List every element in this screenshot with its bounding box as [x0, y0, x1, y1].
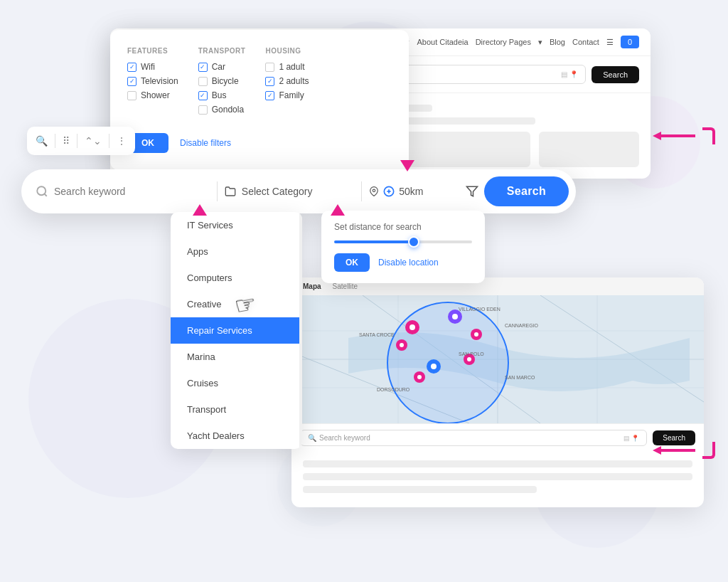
search-keyword-input[interactable]	[54, 186, 210, 197]
distance-label: 50km	[399, 186, 423, 197]
dropdown-item-apps[interactable]: Apps	[171, 238, 302, 265]
map-area: SANTA CROCE VILLAGGIO EDEN SAN POLO DORS…	[291, 295, 704, 423]
dropdown-item-yacht-dealers[interactable]: Yacht Dealers	[171, 423, 302, 449]
filter-item-television[interactable]: Television	[127, 76, 178, 86]
svg-point-32	[431, 364, 437, 369]
toolbar-more-icon[interactable]: ⋮	[117, 135, 127, 147]
main-search-bar: Select Category 50km Search	[21, 169, 576, 213]
dropdown-item-computers[interactable]: Computers	[171, 265, 302, 291]
corner-arrow-bottom	[702, 442, 715, 459]
car-label: Car	[212, 62, 225, 72]
gondola-label: Gondola	[212, 105, 244, 115]
corner-arrow-top	[702, 127, 715, 144]
svg-text:DORSODURO: DORSODURO	[377, 387, 410, 392]
disable-filters-button[interactable]: Disable filters	[180, 138, 231, 148]
1adult-checkbox[interactable]	[265, 63, 274, 72]
toolbar-chevrons-icon[interactable]: ⌃⌄	[85, 135, 102, 147]
gondola-checkbox[interactable]	[198, 105, 208, 115]
distance-slider[interactable]	[334, 240, 472, 243]
bottom-skeleton-2	[303, 473, 692, 480]
toolbar-search-icon[interactable]: 🔍	[36, 135, 48, 147]
distance-popup: Set distance for search OK Disable locat…	[321, 211, 485, 283]
svg-point-34	[417, 375, 422, 379]
search-divider-1	[217, 181, 218, 201]
filter-item-1adult[interactable]: 1 adult	[265, 62, 309, 72]
bottom-search-button[interactable]: Search	[653, 430, 695, 445]
distance-popup-actions: OK Disable location	[334, 253, 472, 272]
bottom-search-icon: 🔍	[308, 434, 316, 442]
category-placeholder: Select Category	[242, 186, 313, 197]
arrow-top-right-svg	[646, 125, 702, 147]
dropdown-scrollbar	[299, 212, 302, 449]
bottom-search-placeholder: Search keyword	[319, 434, 370, 442]
dropdown-item-it-services[interactable]: IT Services	[171, 212, 302, 238]
distance-slider-thumb[interactable]	[408, 236, 419, 248]
browser-search-button[interactable]: Search	[592, 66, 639, 83]
dropdown-item-marina[interactable]: Marina	[171, 344, 302, 370]
family-checkbox[interactable]	[265, 91, 274, 100]
filter-item-bus[interactable]: Bus	[198, 90, 246, 100]
2adults-checkbox[interactable]	[265, 77, 274, 86]
bus-label: Bus	[212, 90, 227, 100]
bus-checkbox[interactable]	[198, 91, 208, 100]
nav-contact[interactable]: Contact	[572, 38, 599, 46]
bicycle-checkbox[interactable]	[198, 77, 208, 86]
dropdown-item-repair-services[interactable]: Repair Services	[171, 317, 302, 344]
shower-checkbox[interactable]	[127, 91, 136, 100]
filter-item-car[interactable]: Car	[198, 62, 246, 72]
transport-title: TRANSPORT	[198, 47, 246, 55]
car-checkbox[interactable]	[198, 63, 208, 72]
distance-ok-button[interactable]: OK	[334, 253, 370, 272]
nav-directory[interactable]: Directory Pages	[476, 38, 531, 46]
toolbar-divider-3	[109, 134, 109, 148]
dropdown-item-transport[interactable]: Transport	[171, 396, 302, 423]
dropdown-item-creative[interactable]: Creative	[171, 291, 302, 317]
housing-title: HOUSING	[265, 47, 309, 55]
svg-text:VILLAGGIO EDEN: VILLAGGIO EDEN	[459, 307, 500, 312]
dropdown-item-cruises[interactable]: Cruises	[171, 370, 302, 396]
filter-item-family[interactable]: Family	[265, 90, 309, 100]
map-svg: SANTA CROCE VILLAGGIO EDEN SAN POLO DORS…	[291, 295, 704, 423]
toolbar-grid-icon[interactable]: ⠿	[63, 135, 70, 147]
filter-item-shower[interactable]: Shower	[127, 90, 178, 100]
category-select[interactable]: Select Category	[225, 186, 354, 197]
bottom-skeleton-3	[303, 486, 537, 493]
location-select[interactable]: 50km	[369, 186, 460, 197]
small-toolbar: 🔍 ⠿ ⌃⌄ ⋮	[27, 127, 135, 155]
svg-point-5	[37, 186, 46, 195]
nav-blog[interactable]: Blog	[550, 38, 565, 46]
svg-marker-11	[466, 186, 477, 196]
nav-about[interactable]: About Citadeia	[417, 38, 468, 46]
filter-item-2adults[interactable]: 2 adults	[265, 76, 309, 86]
svg-marker-43	[653, 132, 661, 140]
svg-text:SAN POLO: SAN POLO	[459, 351, 484, 356]
shower-label: Shower	[141, 90, 170, 100]
disable-location-button[interactable]: Disable location	[378, 258, 439, 268]
svg-point-36	[467, 357, 471, 361]
wifi-checkbox[interactable]	[127, 63, 136, 72]
filter-section-features: FEATURES Wifi Television Shower	[127, 47, 178, 119]
svg-point-30	[400, 343, 404, 347]
filter-item-bicycle[interactable]: Bicycle	[198, 76, 246, 86]
bottom-search-input[interactable]: 🔍 Search keyword ▤ 📍	[300, 430, 647, 446]
nav-menu-icon[interactable]: ☰	[606, 38, 614, 47]
main-search-button[interactable]: Search	[484, 176, 569, 206]
television-label: Television	[141, 76, 178, 86]
filter-icon-btn[interactable]	[466, 185, 478, 198]
nav-links: Home ▾ About Citadeia Directory Pages ▾ …	[378, 36, 639, 48]
svg-point-22	[387, 302, 508, 423]
nav-active-btn[interactable]: 0	[621, 36, 639, 48]
filter-item-wifi[interactable]: Wifi	[127, 62, 178, 72]
svg-point-7	[373, 189, 375, 192]
family-label: Family	[279, 90, 304, 100]
bottom-content	[291, 452, 704, 507]
svg-text:SAN MARCO: SAN MARCO	[505, 375, 535, 380]
toolbar-divider-2	[77, 134, 77, 148]
category-dropdown: IT Services Apps Computers Creative Repa…	[171, 212, 302, 449]
arrow-top-right	[646, 125, 715, 147]
svg-text:SANTA CROCE: SANTA CROCE	[359, 332, 395, 337]
filter-actions: OK Disable filters	[127, 133, 392, 153]
search-divider-2	[361, 181, 362, 201]
television-checkbox[interactable]	[127, 77, 136, 86]
filter-item-gondola[interactable]: Gondola	[198, 105, 246, 115]
